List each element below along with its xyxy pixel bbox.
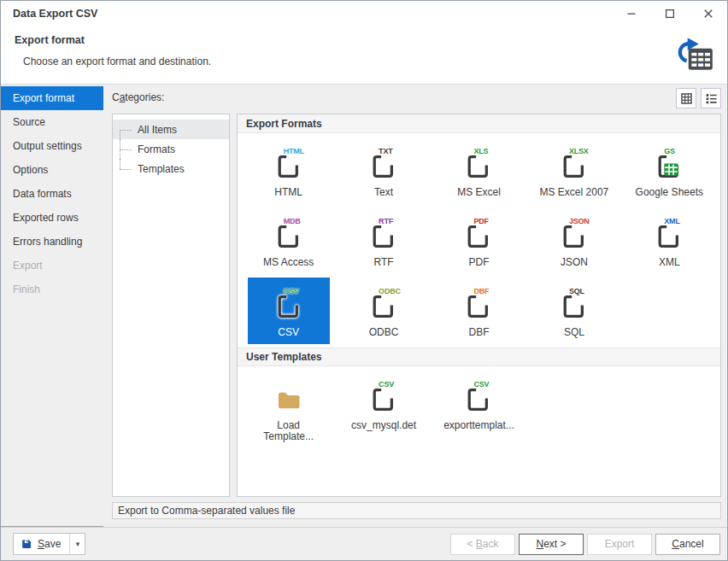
document-icon: CSV <box>274 289 303 321</box>
format-tile-ms-access[interactable]: MDB MS Access <box>248 207 330 274</box>
save-button[interactable]: Save <box>14 534 70 554</box>
dialog-body: Export formatSourceOutput settingsOption… <box>1 85 727 527</box>
wizard-buttons: < Back Next > Export Cancel <box>450 534 720 555</box>
document-icon: XLSX <box>560 149 589 181</box>
format-icon: RTF <box>369 217 398 251</box>
format-icon: XLSX <box>560 147 589 181</box>
tree-item-templates[interactable]: Templates <box>113 159 229 178</box>
sidebar-item-export[interactable]: Export <box>1 254 103 278</box>
view-toolbar <box>676 88 721 108</box>
document-icon: MDB <box>274 219 303 251</box>
document-icon: JSON <box>560 219 589 251</box>
page-title: Export format <box>15 34 727 46</box>
minimize-button[interactable] <box>612 1 650 26</box>
sidebar-item-label: Options <box>13 164 48 176</box>
close-icon <box>703 9 713 19</box>
sidebar-item-exported-rows[interactable]: Exported rows <box>1 206 103 230</box>
maximize-icon <box>665 9 675 19</box>
format-tile-dbf[interactable]: DBF DBF <box>437 278 520 344</box>
format-icon: JSON <box>560 217 589 251</box>
spreadsheet-icon: GS <box>655 149 684 181</box>
format-icon: ODBC <box>369 287 398 321</box>
format-tile-google-sheets[interactable]: GS Google Sheets <box>628 137 710 204</box>
format-tile-label: MS Access <box>263 257 314 268</box>
format-icon: CSV <box>464 380 493 414</box>
format-icon: XML <box>655 217 684 251</box>
data-export-dialog: Data Export CSV Export format Choose an … <box>0 0 728 561</box>
sidebar-item-source[interactable]: Source <box>1 110 103 134</box>
document-icon: DBF <box>464 289 493 321</box>
export-button[interactable]: Export <box>587 534 652 555</box>
format-icon: HTML <box>274 147 303 181</box>
list-view-icon <box>705 92 718 105</box>
format-tile-ms-excel-2007[interactable]: XLSX MS Excel 2007 <box>533 137 615 204</box>
format-description-bar: Export to Comma-separated values file <box>112 502 721 519</box>
back-button[interactable]: < Back <box>450 534 515 555</box>
group-header: User Templates <box>238 348 720 366</box>
group-header: Export Formats <box>238 114 720 133</box>
categories-row: Categories: <box>112 88 721 114</box>
tree-item-label: Formats <box>134 139 175 159</box>
format-tile-csv-mysql-det[interactable]: CSV csv_mysql.det <box>343 371 425 448</box>
formats-panel: Export Formats HTML HTML TXT Text XLS MS… <box>237 114 721 497</box>
format-tile-label: PDF <box>468 257 489 268</box>
group-body: HTML HTML TXT Text XLS MS Excel XLSX MS … <box>238 133 720 348</box>
grid-view-icon <box>680 92 693 105</box>
format-tile-label: RTF <box>374 257 394 268</box>
format-tile-text[interactable]: TXT Text <box>343 137 425 204</box>
format-tile-html[interactable]: HTML HTML <box>248 137 330 204</box>
format-icon: PDF <box>464 217 493 251</box>
sidebar-item-output-settings[interactable]: Output settings <box>1 134 103 158</box>
format-tile-label: MS Excel <box>457 187 501 198</box>
save-dropdown-button[interactable]: ▼ <box>70 534 85 554</box>
sidebar-item-options[interactable]: Options <box>1 158 103 182</box>
format-tile-label: CSV <box>278 327 299 338</box>
format-tile-load-template[interactable]: LoadTemplate... <box>248 371 330 448</box>
list-view-button[interactable] <box>701 88 721 108</box>
format-tile-label: MS Excel 2007 <box>540 187 609 198</box>
format-icon: DBF <box>464 287 493 321</box>
format-tile-json[interactable]: JSON JSON <box>533 207 615 274</box>
format-tile-label: JSON <box>561 257 588 268</box>
grid-view-button[interactable] <box>676 88 696 108</box>
sidebar-item-finish[interactable]: Finish <box>1 278 103 301</box>
document-icon: PDF <box>464 219 493 251</box>
format-tile-label: LoadTemplate... <box>263 420 314 442</box>
save-button-label: Save <box>38 538 61 550</box>
titlebar: Data Export CSV <box>1 1 727 26</box>
tree-item-all-items[interactable]: All Items <box>113 120 229 139</box>
sidebar-item-label: Exported rows <box>13 212 79 224</box>
format-tile-rtf[interactable]: RTF RTF <box>343 207 425 274</box>
format-tile-label: ODBC <box>369 327 399 338</box>
tree-connector <box>120 120 134 139</box>
format-tile-csv[interactable]: CSV CSV <box>248 278 330 344</box>
tree-item-label: All Items <box>134 120 177 139</box>
format-tile-odbc[interactable]: ODBC ODBC <box>343 278 425 344</box>
format-tile-xml[interactable]: XML XML <box>628 207 710 274</box>
sidebar-item-label: Finish <box>13 283 40 295</box>
format-tile-pdf[interactable]: PDF PDF <box>437 207 520 274</box>
next-button[interactable]: Next > <box>519 534 584 555</box>
categories-label: Categories: <box>112 88 164 103</box>
sidebar-item-export-format[interactable]: Export format <box>1 86 103 110</box>
sidebar-item-label: Export <box>13 260 43 272</box>
sidebar-item-data-formats[interactable]: Data formats <box>1 182 103 206</box>
format-tile-label: Text <box>374 187 393 198</box>
format-icon: SQL <box>560 287 589 321</box>
format-tile-ms-excel[interactable]: XLS MS Excel <box>437 137 520 204</box>
tree-item-formats[interactable]: Formats <box>113 139 229 159</box>
format-tile-exporttemplat[interactable]: CSV exporttemplat... <box>437 371 520 448</box>
content-area: All Items Formats Templates Export Forma… <box>112 114 721 497</box>
format-tile-sql[interactable]: SQL SQL <box>533 278 615 344</box>
document-icon: XLS <box>464 149 493 181</box>
document-icon: TXT <box>369 149 398 181</box>
folder-icon <box>274 382 303 414</box>
cancel-button[interactable]: Cancel <box>655 534 720 555</box>
footer-bar: Save ▼ < Back Next > Export Cancel <box>1 527 727 560</box>
close-button[interactable] <box>689 1 727 26</box>
maximize-button[interactable] <box>650 1 689 26</box>
sidebar-item-errors-handling[interactable]: Errors handling <box>1 230 103 254</box>
minimize-icon <box>626 9 637 19</box>
document-icon: RTF <box>369 219 398 251</box>
format-tile-label: exporttemplat... <box>443 420 514 431</box>
